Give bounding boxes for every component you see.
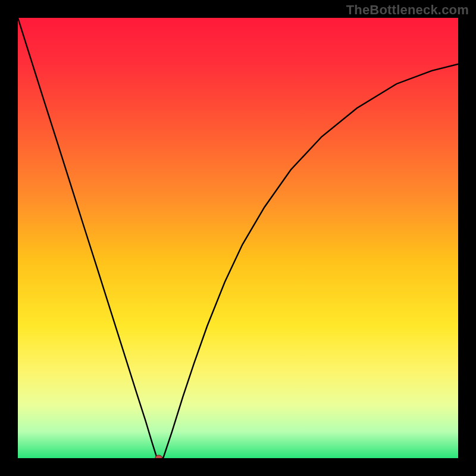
chart-frame: TheBottleneck.com [0,0,476,476]
plot-background [18,18,458,458]
chart-plot [18,18,458,458]
watermark-text: TheBottleneck.com [346,2,469,18]
